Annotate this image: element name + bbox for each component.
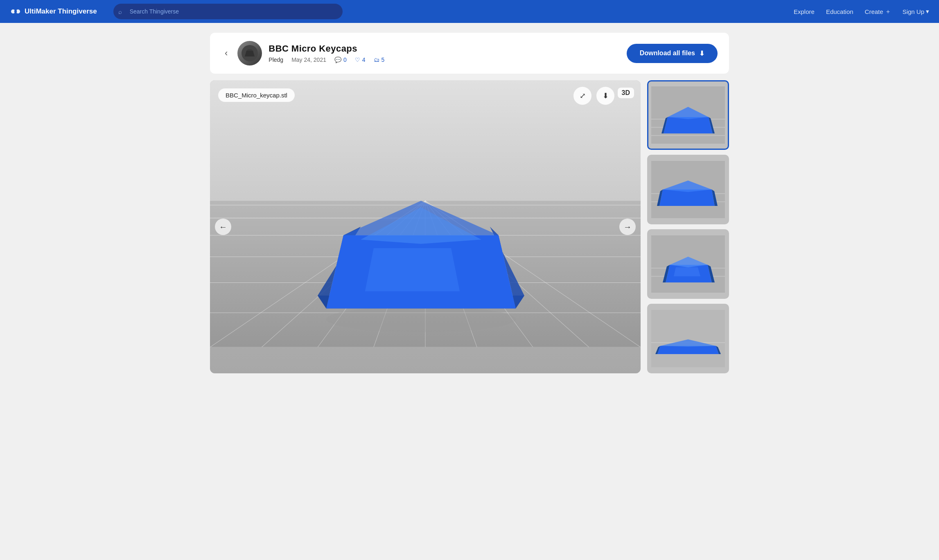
comment-icon: 💬 <box>334 56 341 63</box>
badge-3d: 3D <box>618 88 634 98</box>
prev-button[interactable]: ← <box>215 219 231 235</box>
item-meta: Pledg May 24, 2021 💬 0 ♡ 4 🗂 5 <box>269 56 620 63</box>
download-arrow-icon: ⬇ <box>699 50 704 57</box>
search-input[interactable] <box>113 4 343 19</box>
viewer-main: BBC_Micro_keycap.stl ⤢ ⬇ 3D ← → <box>210 80 641 373</box>
avatar-icon <box>241 44 259 62</box>
svg-marker-36 <box>664 117 713 133</box>
thumbnail-2-image <box>648 156 728 223</box>
heart-icon: ♡ <box>355 56 360 63</box>
comment-number: 0 <box>343 56 347 63</box>
navbar: UltiMaker Thingiverse ⌕ Explore Educatio… <box>0 0 939 23</box>
collection-number: 5 <box>381 56 385 63</box>
thumb-svg-1 <box>651 86 725 144</box>
item-date: May 24, 2021 <box>291 56 326 63</box>
thumbnail-4-image <box>648 305 728 372</box>
viewer-download-icon: ⬇ <box>603 91 609 100</box>
thumbnail-column <box>647 80 729 373</box>
svg-marker-57 <box>657 346 719 354</box>
thumb-svg-2 <box>651 161 725 218</box>
back-button[interactable]: ‹ <box>221 47 231 59</box>
svg-marker-27 <box>490 227 524 309</box>
download-all-label: Download all files <box>640 50 695 57</box>
svg-rect-55 <box>651 310 725 367</box>
education-link[interactable]: Education <box>826 8 853 15</box>
logo[interactable]: UltiMaker Thingiverse <box>10 6 97 17</box>
svg-marker-25 <box>318 296 524 309</box>
svg-rect-2 <box>14 10 17 13</box>
avatar <box>237 41 262 65</box>
svg-line-21 <box>425 201 533 348</box>
download-all-button[interactable]: Download all files ⬇ <box>627 44 718 63</box>
file-label: BBC_Micro_keycap.stl <box>218 88 295 102</box>
nav-links: Explore Education Create ＋ Sign Up ▾ <box>794 8 929 16</box>
avatar-image <box>237 41 262 65</box>
svg-line-22 <box>425 201 589 348</box>
viewer-background <box>210 80 641 373</box>
explore-link[interactable]: Explore <box>794 8 815 15</box>
next-button[interactable]: → <box>619 219 636 235</box>
svg-marker-28 <box>343 201 499 240</box>
item-header: ‹ BBC Micro Keycaps Pledg May 24, 2021 💬… <box>210 33 729 74</box>
thumb-svg-4 <box>651 310 725 367</box>
svg-line-16 <box>262 201 425 348</box>
grid-lines <box>210 80 641 347</box>
signup-button[interactable]: Sign Up ▾ <box>903 8 929 15</box>
item-info: BBC Micro Keycaps Pledg May 24, 2021 💬 0… <box>269 43 620 63</box>
logo-text: UltiMaker Thingiverse <box>25 7 97 16</box>
create-plus-icon: ＋ <box>885 8 891 16</box>
svg-line-20 <box>425 201 477 348</box>
svg-rect-7 <box>210 201 641 348</box>
svg-marker-31 <box>361 207 481 244</box>
folder-icon: 🗂 <box>374 56 379 63</box>
like-number: 4 <box>362 56 366 63</box>
svg-marker-30 <box>365 248 460 291</box>
thumbnail-2[interactable] <box>647 155 729 224</box>
item-title: BBC Micro Keycaps <box>269 43 620 54</box>
viewer-download-button[interactable]: ⬇ <box>596 87 614 105</box>
signup-label: Sign Up <box>903 8 924 15</box>
svg-marker-29 <box>326 235 516 309</box>
create-button[interactable]: Create ＋ <box>865 8 891 16</box>
thumbnail-1-image <box>648 81 728 149</box>
svg-marker-54 <box>674 267 700 276</box>
svg-line-18 <box>374 201 425 348</box>
svg-line-17 <box>318 201 425 348</box>
svg-marker-26 <box>318 227 361 309</box>
left-arrow-icon: ← <box>219 222 227 232</box>
like-count[interactable]: ♡ 4 <box>355 56 366 63</box>
comment-count: 💬 0 <box>334 56 347 63</box>
thumbnail-4[interactable] <box>647 304 729 373</box>
expand-icon: ⤢ <box>580 91 586 100</box>
svg-line-23 <box>425 201 641 348</box>
collection-count[interactable]: 🗂 5 <box>374 56 385 63</box>
search-bar: ⌕ <box>113 4 343 19</box>
thumbnail-3-image <box>648 230 728 298</box>
search-icon: ⌕ <box>118 8 122 15</box>
thumb-svg-3 <box>651 235 725 293</box>
svg-marker-4 <box>245 51 255 56</box>
item-author[interactable]: Pledg <box>269 56 283 63</box>
chevron-down-icon: ▾ <box>926 8 929 15</box>
thumbnail-1[interactable] <box>647 80 729 150</box>
expand-button[interactable]: ⤢ <box>573 87 591 105</box>
svg-marker-43 <box>659 190 715 206</box>
svg-point-24 <box>326 306 516 332</box>
thumbnail-3[interactable] <box>647 229 729 299</box>
page-container: ‹ BBC Micro Keycaps Pledg May 24, 2021 💬… <box>203 23 736 383</box>
right-arrow-icon: → <box>623 222 632 232</box>
logo-icon <box>10 6 21 17</box>
viewer-section: BBC_Micro_keycap.stl ⤢ ⬇ 3D ← → <box>210 80 729 373</box>
svg-line-15 <box>210 201 425 348</box>
create-label: Create <box>865 8 883 15</box>
